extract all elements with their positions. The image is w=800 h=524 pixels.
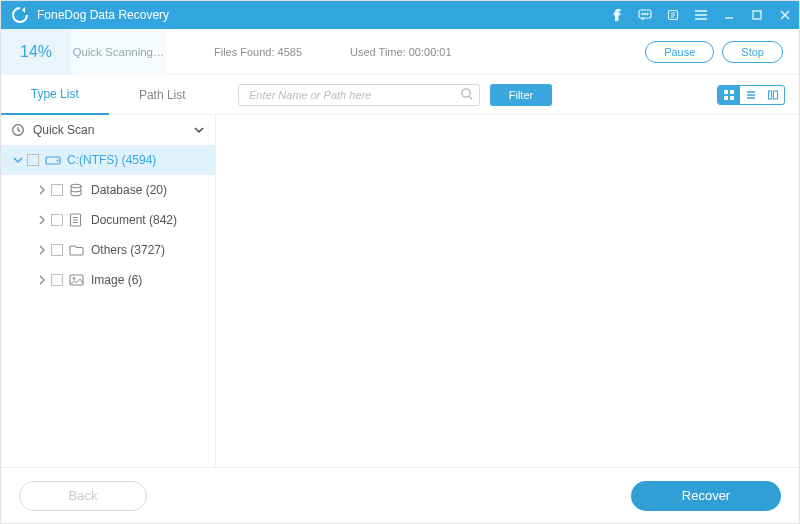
files-found-label: Files Found: 4585 (214, 46, 302, 58)
search-input[interactable] (238, 84, 480, 106)
content-area (216, 115, 799, 467)
feedback-icon[interactable] (631, 1, 659, 29)
stop-button[interactable]: Stop (722, 41, 783, 63)
tree-drive[interactable]: C:(NTFS) (4594) (1, 145, 215, 175)
svg-point-2 (644, 13, 646, 15)
checkbox[interactable] (51, 184, 63, 196)
tree-database[interactable]: Database (20) (1, 175, 215, 205)
tree-label: Database (20) (91, 183, 167, 197)
app-window: FoneDog Data Recovery 14% Quick Scanning… (0, 0, 800, 524)
svg-point-3 (647, 13, 649, 15)
svg-rect-11 (769, 91, 772, 99)
document-icon (69, 213, 85, 227)
svg-rect-5 (753, 11, 761, 19)
tree-label: Quick Scan (33, 123, 94, 137)
svg-rect-9 (724, 96, 728, 100)
tree-label: C:(NTFS) (4594) (67, 153, 156, 167)
maximize-icon[interactable] (743, 1, 771, 29)
close-icon[interactable] (771, 1, 799, 29)
titlebar: FoneDog Data Recovery (1, 1, 799, 29)
view-mode-toggle (717, 85, 785, 105)
chevron-down-icon[interactable] (11, 155, 25, 165)
back-button[interactable]: Back (19, 481, 147, 511)
svg-rect-10 (730, 96, 734, 100)
checkbox[interactable] (51, 274, 63, 286)
view-detail-icon[interactable] (762, 86, 784, 104)
used-time-label: Used Time: 00:00:01 (350, 46, 452, 58)
status-bar: 14% Quick Scanning… Files Found: 4585 Us… (1, 29, 799, 75)
svg-point-1 (642, 13, 644, 15)
svg-rect-8 (730, 90, 734, 94)
tree-image[interactable]: Image (6) (1, 265, 215, 295)
tree-label: Image (6) (91, 273, 142, 287)
chevron-right-icon[interactable] (35, 275, 49, 285)
tab-path-list[interactable]: Path List (109, 75, 217, 115)
tree-label: Document (842) (91, 213, 177, 227)
view-list-icon[interactable] (740, 86, 762, 104)
checkbox[interactable] (27, 154, 39, 166)
chevron-right-icon[interactable] (35, 245, 49, 255)
sidebar-tabs: Type List Path List (1, 75, 216, 115)
svg-rect-12 (774, 91, 778, 99)
footer: Back Recover (1, 467, 799, 523)
minimize-icon[interactable] (715, 1, 743, 29)
svg-point-19 (73, 278, 75, 280)
app-logo-icon (11, 6, 29, 24)
svg-point-15 (57, 160, 59, 162)
drive-icon (45, 154, 61, 166)
checkbox[interactable] (51, 244, 63, 256)
database-icon (69, 183, 85, 197)
main-body: Quick Scan C:(NTFS) (4594) Database (20) (1, 115, 799, 467)
tree-others[interactable]: Others (3727) (1, 235, 215, 265)
tab-type-list[interactable]: Type List (1, 75, 109, 115)
folder-icon (69, 244, 85, 256)
chevron-right-icon[interactable] (35, 215, 49, 225)
view-grid-icon[interactable] (718, 86, 740, 104)
app-title: FoneDog Data Recovery (37, 8, 169, 22)
tree-quick-scan[interactable]: Quick Scan (1, 115, 215, 145)
clock-icon (11, 123, 27, 137)
chevron-right-icon[interactable] (35, 185, 49, 195)
pause-button[interactable]: Pause (645, 41, 714, 63)
chevron-down-icon[interactable] (193, 124, 205, 136)
search-icon[interactable] (460, 87, 474, 101)
image-icon (69, 274, 85, 286)
scan-mode-label: Quick Scanning… (71, 29, 166, 75)
svg-point-6 (462, 88, 470, 96)
scan-percent: 14% (1, 29, 71, 75)
menu-icon[interactable] (687, 1, 715, 29)
svg-rect-7 (724, 90, 728, 94)
toolbar: Type List Path List Filter (1, 75, 799, 115)
sidebar-tree: Quick Scan C:(NTFS) (4594) Database (20) (1, 115, 216, 467)
register-icon[interactable] (659, 1, 687, 29)
filter-button[interactable]: Filter (490, 84, 552, 106)
svg-point-16 (71, 184, 81, 188)
tree-label: Others (3727) (91, 243, 165, 257)
facebook-icon[interactable] (603, 1, 631, 29)
checkbox[interactable] (51, 214, 63, 226)
tree-document[interactable]: Document (842) (1, 205, 215, 235)
recover-button[interactable]: Recover (631, 481, 781, 511)
